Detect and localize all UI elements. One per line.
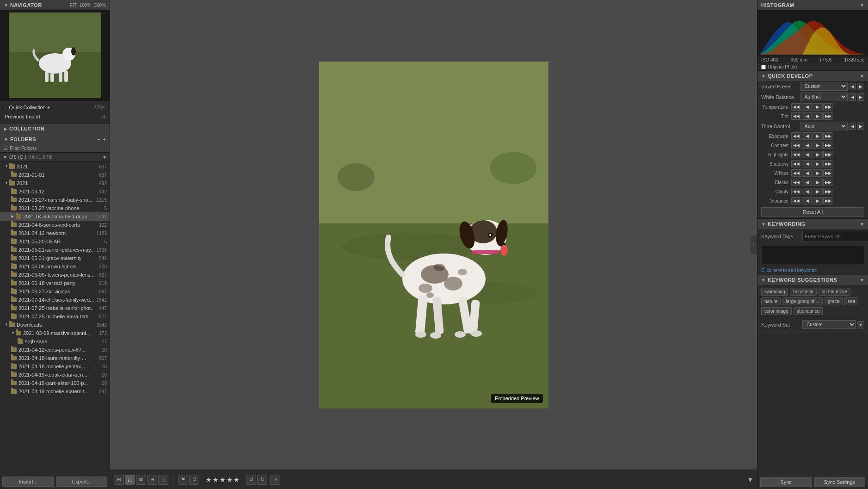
previous-import-item[interactable]: Previous Import 8	[0, 112, 110, 121]
folder-downloads[interactable]: ▼ Downloads 3342	[0, 321, 110, 329]
bl-inc[interactable]: ▶	[813, 179, 823, 186]
con-dec[interactable]: ◀	[802, 142, 812, 149]
folder-newborn[interactable]: 2021-04-12-newborn 1182	[0, 229, 110, 237]
grid-view-icon[interactable]: ⊞	[114, 475, 124, 485]
folder-2021-a[interactable]: ▼ 2021 837	[0, 162, 110, 171]
original-photo-checkbox[interactable]	[761, 65, 766, 69]
loupe-view-icon[interactable]: ⬚	[125, 475, 135, 485]
temp-inc-inc[interactable]: ▶▶	[823, 103, 833, 111]
keyword-suggestions-header[interactable]: ▼ Keyword Suggestions ▼	[757, 275, 868, 285]
sync-button[interactable]: Sync	[760, 477, 812, 487]
tint-inc-inc[interactable]: ▶▶	[823, 112, 833, 120]
tint-dec[interactable]: ◀	[802, 112, 812, 120]
folder-flowers[interactable]: 2021-06-09-flowers-pentax-lens... 627	[0, 271, 110, 279]
tone-next[interactable]: ▶	[857, 123, 864, 130]
navigator-header[interactable]: ▼ Navigator FIT 100% 300%	[0, 0, 110, 10]
kw-horizontal[interactable]: horizontal	[790, 288, 816, 296]
survey-view-icon[interactable]: ⊟	[147, 475, 157, 485]
kw-swimming[interactable]: swimming	[761, 288, 788, 296]
sh-inc-inc[interactable]: ▶▶	[823, 160, 833, 167]
folder-michelle[interactable]: 2021-07-25-michelle-mora-bab... 574	[0, 312, 110, 321]
keywording-header[interactable]: ▼ Keywording ▼	[757, 219, 868, 229]
vib-dec-dec[interactable]: ◀◀	[791, 197, 801, 204]
kw-large-group[interactable]: large group of ...	[782, 297, 823, 305]
wh-dec[interactable]: ◀	[802, 169, 812, 177]
hl-dec[interactable]: ◀	[802, 151, 812, 158]
white-balance-select[interactable]: As Shot	[800, 93, 848, 101]
star-1[interactable]: ★	[206, 476, 212, 483]
folder-vaccine[interactable]: 2021-03-27-vaccine-phone 5	[0, 204, 110, 212]
temp-dec[interactable]: ◀	[802, 103, 812, 111]
wb-next[interactable]: ▶	[857, 93, 864, 101]
exp-dec-dec[interactable]: ◀◀	[791, 132, 801, 140]
hl-inc[interactable]: ▶	[813, 151, 823, 158]
filter-folders-label[interactable]: Filter Folders	[10, 146, 37, 151]
folder-2021-b[interactable]: ▼ 2021 492	[0, 179, 110, 187]
histogram-header[interactable]: Histogram ▼	[757, 0, 868, 10]
folder-chelsea[interactable]: 2021-07-14-chelsea-family-wed... 1542	[0, 296, 110, 304]
wh-inc-inc[interactable]: ▶▶	[823, 169, 833, 177]
con-inc-inc[interactable]: ▶▶	[823, 142, 833, 149]
hl-inc-inc[interactable]: ▶▶	[823, 151, 833, 158]
navigator-fit[interactable]: FIT	[70, 3, 77, 8]
sync-settings-button[interactable]: Sync Settings	[814, 477, 866, 487]
star-3[interactable]: ★	[220, 476, 226, 483]
exp-inc[interactable]: ▶	[813, 132, 823, 140]
wb-prev[interactable]: ◀	[849, 93, 856, 101]
saved-preset-select[interactable]: Custom	[800, 82, 848, 91]
cl-inc-inc[interactable]: ▶▶	[823, 188, 833, 195]
folder-carts-pentax[interactable]: 2021-04-12-carts-pentax-67... 10	[0, 346, 110, 354]
kw-color-image[interactable]: color image	[761, 307, 792, 315]
folders-plus[interactable]: +	[103, 136, 106, 142]
drive-row[interactable]: ▼ OS (C:) 0.6 / 1.8 TB ▼	[0, 153, 110, 161]
star-2[interactable]: ★	[213, 476, 219, 483]
star-rating[interactable]: ★ ★ ★ ★ ★	[206, 476, 240, 483]
rotate-left-icon[interactable]: ↺	[246, 475, 256, 485]
folder-senior-may[interactable]: 2021-05-21-senior-pictures-may... 1336	[0, 246, 110, 254]
folder-gear[interactable]: 2021-05-20-GEAR 5	[0, 237, 110, 246]
collection-header[interactable]: ▶ Collection	[0, 124, 110, 134]
keyword-set-select[interactable]: Custom	[802, 320, 856, 329]
star-4[interactable]: ★	[227, 476, 233, 483]
folders-minus[interactable]: −	[97, 136, 100, 142]
original-photo-check[interactable]: Original Photo	[757, 63, 868, 70]
folder-massive-scan[interactable]: ▼ 2021-03-09-massive-scanni... 173	[0, 329, 110, 337]
folder-sonos[interactable]: 2021-04-6-sonos-and-carts 122	[0, 221, 110, 229]
folder-brown-school[interactable]: 2021-06-06-brown-school 420	[0, 262, 110, 271]
kw-sea[interactable]: sea	[844, 297, 858, 305]
folder-marshall[interactable]: 2021-03-27-marshall-baby-sho... 1115	[0, 196, 110, 204]
temp-inc[interactable]: ▶	[813, 103, 823, 111]
folders-header[interactable]: ▼ Folders − +	[0, 134, 110, 144]
saved-preset-next[interactable]: ▶	[857, 83, 864, 90]
vib-dec[interactable]: ◀	[802, 197, 812, 204]
folder-grace[interactable]: 2021-05-31-grace-maternity 546	[0, 254, 110, 262]
folder-laura-maternity[interactable]: 2021-04-18-laura-maternity-... 967	[0, 354, 110, 362]
folder-isabelle[interactable]: 2021-07-25-isabelle-senior-phot... 447	[0, 304, 110, 312]
filmstrip-arrow-down[interactable]: ▼	[747, 476, 753, 483]
folder-park-ektar[interactable]: 2021-04-19-park-ektar-100-p... 10	[0, 379, 110, 387]
star-5[interactable]: ★	[234, 476, 240, 483]
exp-inc-inc[interactable]: ▶▶	[823, 132, 833, 140]
bl-inc-inc[interactable]: ▶▶	[823, 179, 833, 186]
vib-inc[interactable]: ▶	[813, 197, 823, 204]
tint-dec-dec[interactable]: ◀◀	[791, 112, 801, 120]
compare-view-icon[interactable]: ⧉	[136, 475, 146, 485]
folder-kid-vicious[interactable]: 2021-06-27-kid-vicious 887	[0, 287, 110, 296]
tone-control-select[interactable]: Auto	[800, 122, 848, 130]
vib-inc-inc[interactable]: ▶▶	[823, 197, 833, 204]
folder-srgb-sans[interactable]: srgb sans 37	[0, 337, 110, 346]
quick-develop-header[interactable]: ▼ Quick Develop ▼	[757, 71, 868, 81]
tone-prev[interactable]: ◀	[849, 123, 856, 130]
wh-inc[interactable]: ▶	[813, 169, 823, 177]
navigator-100[interactable]: 100%	[80, 3, 92, 8]
saved-preset-prev[interactable]: ◀	[849, 83, 856, 90]
folder-rochelle-pentax[interactable]: 2021-04-18-rochelle-pentax-... 10	[0, 362, 110, 371]
keyword-tags-input[interactable]	[802, 231, 868, 242]
keyword-area[interactable]	[761, 246, 864, 264]
bl-dec-dec[interactable]: ◀◀	[791, 179, 801, 186]
con-inc[interactable]: ▶	[813, 142, 823, 149]
cl-dec-dec[interactable]: ◀◀	[791, 188, 801, 195]
folder-2021-01-01[interactable]: 2021-01-01 837	[0, 171, 110, 179]
export-button[interactable]: Export...	[56, 477, 108, 487]
folder-versaci[interactable]: 2021-06-18-versaci-party 919	[0, 279, 110, 287]
